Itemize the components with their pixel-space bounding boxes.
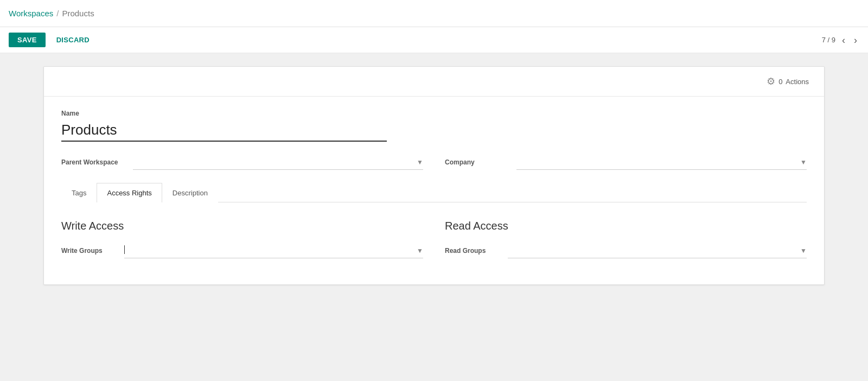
- name-field-wrapper: Name: [61, 110, 807, 142]
- gear-icon: ⚙: [767, 75, 775, 87]
- breadcrumb-current: Products: [62, 9, 94, 18]
- write-access-col: Write Access Write Groups ▼: [61, 220, 423, 258]
- prev-button[interactable]: ‹: [840, 34, 847, 46]
- save-button[interactable]: SAVE: [9, 33, 46, 47]
- write-groups-label: Write Groups: [61, 247, 116, 255]
- breadcrumb: Workspaces / Products: [9, 9, 94, 18]
- read-access-col: Read Access Read Groups ▼: [445, 220, 807, 258]
- pagination-display: 7 / 9: [822, 36, 835, 44]
- fields-row: Parent Workspace ▼ Company ▼: [61, 155, 807, 170]
- actions-label: Actions: [786, 78, 809, 86]
- read-groups-label: Read Groups: [445, 247, 499, 255]
- parent-workspace-dropdown[interactable]: ▼: [133, 155, 423, 170]
- action-bar: SAVE DISCARD 7 / 9 ‹ ›: [0, 27, 868, 53]
- company-group: Company ▼: [445, 155, 807, 170]
- parent-workspace-label: Parent Workspace: [61, 158, 126, 166]
- company-arrow: ▼: [800, 158, 807, 166]
- actions-count: 0: [778, 78, 782, 86]
- company-dropdown[interactable]: ▼: [516, 155, 807, 170]
- tab-content-access-rights: Write Access Write Groups ▼ Read Access: [61, 202, 807, 267]
- next-button[interactable]: ›: [852, 34, 859, 46]
- name-label: Name: [61, 110, 807, 117]
- discard-button[interactable]: DISCARD: [52, 33, 94, 47]
- access-section: Write Access Write Groups ▼ Read Access: [61, 220, 807, 258]
- read-access-title: Read Access: [445, 220, 807, 232]
- card-header: ⚙ 0 Actions: [44, 67, 824, 97]
- card-body: Name Parent Workspace ▼ Company ▼: [44, 97, 824, 284]
- write-groups-row: Write Groups ▼: [61, 243, 423, 258]
- form-card: ⚙ 0 Actions Name Parent Workspace ▼: [43, 66, 825, 285]
- tabs-row: Tags Access Rights Description: [61, 183, 807, 202]
- read-groups-row: Read Groups ▼: [445, 243, 807, 258]
- top-bar: Workspaces / Products: [0, 0, 868, 27]
- breadcrumb-separator: /: [56, 9, 59, 18]
- parent-workspace-arrow: ▼: [417, 158, 423, 166]
- tab-tags[interactable]: Tags: [61, 183, 97, 202]
- pagination: 7 / 9 ‹ ›: [822, 34, 859, 46]
- write-groups-dropdown[interactable]: ▼: [124, 243, 423, 258]
- cursor-line: [124, 245, 125, 254]
- name-input[interactable]: [61, 119, 387, 142]
- actions-button[interactable]: ⚙ 0 Actions: [762, 73, 813, 90]
- tab-description[interactable]: Description: [162, 183, 218, 202]
- parent-workspace-group: Parent Workspace ▼: [61, 155, 423, 170]
- tab-access-rights[interactable]: Access Rights: [97, 183, 162, 202]
- write-groups-arrow: ▼: [417, 247, 423, 255]
- breadcrumb-parent[interactable]: Workspaces: [9, 9, 53, 18]
- read-groups-arrow: ▼: [800, 247, 807, 255]
- write-access-title: Write Access: [61, 220, 423, 232]
- read-groups-dropdown[interactable]: ▼: [508, 243, 807, 258]
- main-content: ⚙ 0 Actions Name Parent Workspace ▼: [0, 53, 868, 298]
- company-label: Company: [445, 158, 510, 166]
